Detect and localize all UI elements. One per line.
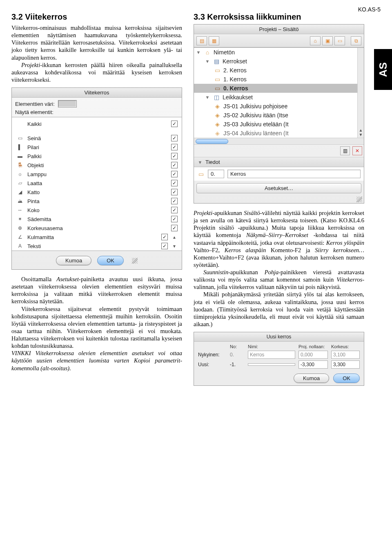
left-p1: Viitekerros-ominaisuus mahdollistaa muis… bbox=[11, 24, 182, 61]
disclosure-triangle-icon[interactable]: ▼ bbox=[197, 160, 203, 165]
vertical-scrollbar[interactable]: ▲▼ bbox=[357, 48, 364, 138]
page-code: KO.AS-5 bbox=[358, 6, 381, 13]
resize-grip[interactable] bbox=[132, 258, 138, 264]
asetukset-button[interactable]: Asetukset… bbox=[196, 183, 361, 193]
tree-item-k1[interactable]: ▭ 1. Kerros bbox=[194, 75, 364, 84]
checkbox[interactable]: ✓ bbox=[171, 171, 178, 177]
tree-item-js3[interactable]: ◈ JS-03 Julkisivu etelään (It bbox=[194, 120, 364, 129]
tree-item-k2[interactable]: ▭ 2. Kerros bbox=[194, 66, 364, 75]
checkbox-all[interactable]: ✓ bbox=[171, 121, 178, 127]
project-icon: ⌂ bbox=[204, 49, 211, 56]
checkbox[interactable]: ✓ bbox=[171, 207, 178, 213]
checkbox[interactable]: ✓ bbox=[171, 180, 178, 186]
heading-3-3: 3.3 Kerroksissa liikkuminen bbox=[194, 12, 364, 22]
save-view-icon[interactable]: ▦ bbox=[209, 36, 219, 45]
element-row[interactable]: ▬Palkki✓ bbox=[12, 152, 182, 161]
element-row[interactable]: ⛰Pinta✓ bbox=[12, 197, 182, 206]
element-row[interactable]: ✶Sädemitta✓ bbox=[12, 215, 182, 224]
right-p2: Suunnistin-apuikkunan Pohja-painikkeen v… bbox=[194, 269, 364, 291]
element-row[interactable]: ↔Koko✓ bbox=[12, 206, 182, 215]
checkbox[interactable]: ✓ bbox=[161, 234, 168, 240]
beam-icon: ▬ bbox=[16, 153, 24, 159]
side-tab-label: AS bbox=[377, 62, 390, 77]
ok-button[interactable]: OK bbox=[97, 256, 124, 265]
element-row[interactable]: ▭Seinä✓ bbox=[12, 134, 182, 143]
left-p4: Viitekerroksessa sijaitsevat elementit p… bbox=[11, 305, 182, 350]
tree-group-leikkaukset[interactable]: ▼ ◫ Leikkaukset bbox=[194, 93, 364, 102]
show-label: Näytä elementit: bbox=[15, 109, 57, 115]
lamp-icon: ☼ bbox=[16, 171, 24, 177]
color-swatch[interactable] bbox=[58, 100, 77, 107]
tab-views-icon[interactable]: ▣ bbox=[322, 36, 333, 45]
element-row[interactable]: ▌Pilari✓ bbox=[12, 143, 182, 152]
element-all-label: Kaikki bbox=[27, 121, 168, 127]
checkbox[interactable]: ✓ bbox=[171, 189, 178, 195]
checkbox[interactable]: ✓ bbox=[161, 243, 168, 249]
viitekerros-title: Viitekerros bbox=[12, 88, 182, 98]
row-uusi-label: Uusi: bbox=[198, 362, 227, 367]
tab-layouts-icon[interactable]: ▭ bbox=[334, 36, 345, 45]
element-row[interactable]: ∠ Kulmamitta ✓ ▲ bbox=[12, 233, 182, 242]
element-row[interactable]: ☼Lamppu✓ bbox=[12, 170, 182, 179]
checkbox[interactable]: ✓ bbox=[171, 198, 178, 204]
element-row[interactable]: ▱Laatta✓ bbox=[12, 179, 182, 188]
scroll-arrows[interactable]: ▲ bbox=[171, 235, 178, 239]
left-column: 3.2 Viitekerros Viitekerros-ominaisuus m… bbox=[11, 12, 182, 386]
element-row[interactable]: 🪑Objekti✓ bbox=[12, 161, 182, 170]
disclosure-triangle-icon[interactable]: ▼ bbox=[205, 95, 210, 100]
tiedot-label: Tiedot bbox=[205, 159, 220, 165]
col-korkeus: Korkeus: bbox=[331, 344, 360, 349]
projekti-panel: Projekti – Sisältö ▤ ▦ ⌂ ▣ ▭ ⧉ ▼ ⌂ Nimet… bbox=[194, 24, 364, 204]
checkbox[interactable]: ✓ bbox=[171, 144, 178, 150]
disclosure-triangle-icon[interactable]: ▼ bbox=[205, 59, 210, 64]
scroll-thumb[interactable] bbox=[196, 139, 228, 144]
sections-icon: ◫ bbox=[213, 94, 220, 101]
checkbox[interactable]: ✓ bbox=[171, 135, 178, 141]
section-icon: ◈ bbox=[214, 103, 221, 110]
story-icon: ▭ bbox=[214, 67, 221, 74]
element-row[interactable]: A Teksti ✓ ▼ bbox=[12, 242, 182, 251]
uusi-cancel-button[interactable]: Kumoa bbox=[294, 374, 329, 383]
story-no-field[interactable]: 0. bbox=[208, 170, 224, 178]
disclosure-triangle-icon[interactable]: ▼ bbox=[196, 50, 201, 55]
uusi-ok-button[interactable]: OK bbox=[333, 374, 360, 383]
tiedot-action-strip: ▥ ✕ bbox=[194, 144, 364, 157]
tree-item-k0-selected[interactable]: ▭ 0. Kerros bbox=[194, 84, 364, 93]
checkbox[interactable]: ✓ bbox=[171, 162, 178, 168]
uusi-nimi-input[interactable] bbox=[248, 363, 295, 366]
tiedot-fields: ▭ 0. Kerros bbox=[194, 167, 364, 181]
element-row[interactable]: ◢Katto✓ bbox=[12, 188, 182, 197]
roof-icon: ◢ bbox=[16, 189, 24, 195]
checkbox[interactable]: ✓ bbox=[171, 153, 178, 159]
tree-group-kerrokset[interactable]: ▼ ▤ Kerrokset bbox=[194, 57, 364, 66]
scroll-arrows[interactable]: ▼ bbox=[171, 244, 178, 248]
tab-pop-icon[interactable]: ⧉ bbox=[351, 36, 361, 45]
new-view-icon[interactable]: ▤ bbox=[196, 36, 207, 45]
element-row-all[interactable]: Kaikki ✓ bbox=[12, 117, 182, 130]
new-item-icon[interactable]: ▥ bbox=[340, 146, 350, 155]
blank-icon bbox=[16, 121, 24, 127]
uusi-title: Uusi kerros bbox=[194, 332, 364, 342]
tree-item-js1[interactable]: ◈ JS-01 Julkisivu pohjoisee bbox=[194, 102, 364, 111]
cancel-button[interactable]: Kumoa bbox=[56, 256, 91, 265]
checkbox[interactable]: ✓ bbox=[171, 216, 178, 222]
story-name-field[interactable]: Kerros bbox=[227, 170, 361, 178]
wall-icon: ▭ bbox=[16, 135, 24, 141]
uusi-korkeus-input[interactable]: 3,300 bbox=[331, 360, 360, 369]
tiedot-header[interactable]: ▼ Tiedot bbox=[194, 157, 364, 167]
tree-root[interactable]: ▼ ⌂ Nimetön bbox=[194, 48, 364, 57]
resize-grip[interactable] bbox=[356, 197, 362, 202]
tree-item-js2[interactable]: ◈ JS-02 Julkisivu itään (Itse bbox=[194, 111, 364, 120]
delete-icon[interactable]: ✕ bbox=[352, 146, 362, 155]
right-p1: Projekti-apuikkunan Sisältö-välilehti nä… bbox=[194, 209, 364, 269]
text-icon: A bbox=[16, 243, 24, 249]
nykyinen-nimi: Kerros bbox=[248, 351, 295, 359]
horizontal-scrollbar[interactable] bbox=[194, 138, 364, 144]
color-label: Elementtien väri: bbox=[15, 101, 58, 107]
checkbox[interactable]: ✓ bbox=[171, 225, 178, 231]
tab-project-icon[interactable]: ⌂ bbox=[310, 36, 321, 45]
tree-item-js4[interactable]: ◈ JS-04 Julkisivu länteen (It bbox=[194, 129, 364, 138]
element-row[interactable]: ⊕Korkeusasema✓ bbox=[12, 224, 182, 233]
uusi-proj-input[interactable]: -3,300 bbox=[298, 360, 328, 369]
nykyinen-korkeus: 3,100 bbox=[331, 351, 360, 359]
